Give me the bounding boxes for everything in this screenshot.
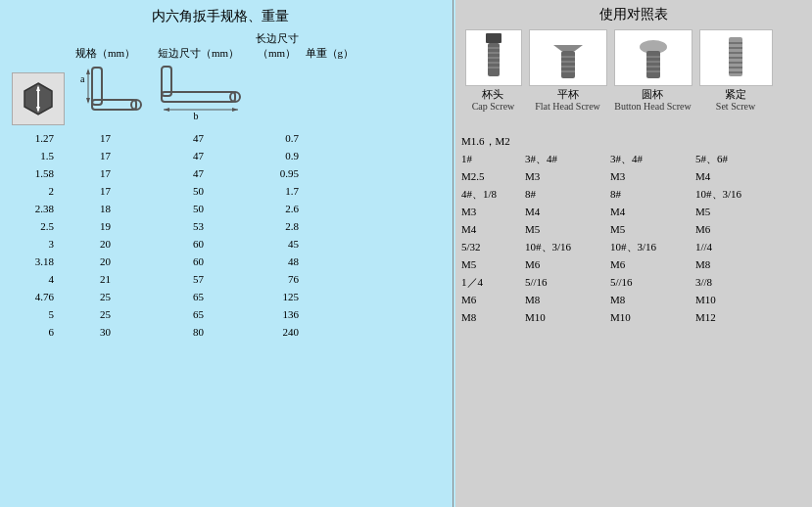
svg-marker-10 xyxy=(86,69,90,74)
cup-cell: M8 xyxy=(459,311,523,323)
flat-cell: M4 xyxy=(523,206,608,217)
right-table-row: M5 M6 M6 M8 xyxy=(459,255,808,273)
button-cell: M6 xyxy=(608,258,693,270)
left-title: 内六角扳手规格、重量 xyxy=(10,8,451,25)
spec-cell: 4 xyxy=(10,273,64,285)
left-table-row: 1.27 17 47 0.7 xyxy=(10,129,451,147)
short-cell: 20 xyxy=(64,255,147,267)
left-table-row: 3.18 20 60 48 xyxy=(10,253,451,270)
long-cell: 47 xyxy=(147,167,250,179)
weight-cell: 125 xyxy=(250,291,304,302)
svg-marker-26 xyxy=(553,45,583,51)
spec-cell: 2 xyxy=(10,185,64,197)
weight-cell: 0.7 xyxy=(250,132,304,144)
spec-cell: 5 xyxy=(10,308,64,320)
left-table-row: 2 17 50 1.7 xyxy=(10,182,451,200)
left-table-row: 1.58 17 47 0.95 xyxy=(10,164,451,182)
long-cell: 47 xyxy=(147,132,250,144)
cup-cell: 1# xyxy=(459,153,523,164)
weight-cell: 240 xyxy=(250,326,304,338)
set-screw-label: 紧定 Set Screw xyxy=(716,88,755,113)
left-table-row: 2.38 18 50 2.6 xyxy=(10,200,451,217)
right-table-row: M1.6，M2 xyxy=(459,132,808,150)
button-cell: M5 xyxy=(608,223,693,235)
left-table-row: 4.76 25 65 125 xyxy=(10,288,451,305)
right-table-row: 5/32 10#、3/16 10#、3/16 1//4 xyxy=(459,238,808,255)
long-wrench-diagram: b xyxy=(152,63,250,125)
short-cell: 18 xyxy=(64,203,147,214)
cup-header: 杯头 xyxy=(472,88,515,101)
short-cell: 20 xyxy=(64,238,147,250)
col-header-spec: 规格（mm） xyxy=(64,46,147,61)
hex-icon xyxy=(12,72,65,125)
flat-cell: M3 xyxy=(523,170,608,182)
weight-cell: 2.8 xyxy=(250,220,304,232)
button-cell: 5//16 xyxy=(608,276,693,288)
left-panel: 内六角扳手规格、重量 规格（mm） 短边尺寸（mm） 长边尺寸（mm） 单重（g… xyxy=(0,0,451,507)
cup-cell: M5 xyxy=(459,258,523,270)
set-cell: 3//8 xyxy=(693,276,774,288)
cup-cell: M3 xyxy=(459,206,523,217)
long-cell: 60 xyxy=(147,238,250,250)
flat-cell: M6 xyxy=(523,258,608,270)
right-table-row: 4#、1/8 8# 8# 10#、3/16 xyxy=(459,185,808,203)
set-header: 紧定 xyxy=(716,88,755,101)
button-cell: M4 xyxy=(608,206,693,217)
cup-cell: M4 xyxy=(459,223,523,235)
spec-cell: 3.18 xyxy=(10,255,64,267)
set-cell: M6 xyxy=(693,223,774,235)
set-cell: 5#、6# xyxy=(693,152,774,166)
svg-marker-16 xyxy=(164,108,169,112)
left-table-row: 4 21 57 76 xyxy=(10,270,451,288)
button-cell: 3#、4# xyxy=(608,152,693,166)
svg-text:a: a xyxy=(80,73,85,84)
short-cell: 21 xyxy=(64,273,147,285)
button-cell: 10#、3/16 xyxy=(608,240,693,254)
flat-cell: 10#、3/16 xyxy=(523,240,608,254)
right-table-row: 1／4 5//16 5//16 3//8 xyxy=(459,273,808,291)
cap-screw-col: 杯头 Cap Screw xyxy=(461,29,525,113)
flat-screw-label: 平杯 Flat Head Screw xyxy=(535,88,600,113)
right-title: 使用对照表 xyxy=(459,6,808,23)
right-table-row: M3 M4 M4 M5 xyxy=(459,203,808,220)
set-cell: M10 xyxy=(693,294,774,305)
flat-cell: M5 xyxy=(523,223,608,235)
cup-cell: 4#、1/8 xyxy=(459,187,523,202)
button-screw-label: 圆杯 Button Head Screw xyxy=(614,88,691,113)
long-cell: 65 xyxy=(147,291,250,302)
weight-cell: 0.95 xyxy=(250,167,304,179)
col-header-weight: 单重（g） xyxy=(304,46,358,61)
col-header-long: 长边尺寸（mm） xyxy=(250,31,304,61)
svg-rect-19 xyxy=(486,33,502,43)
short-cell: 17 xyxy=(64,132,147,144)
set-screw-col: 紧定 Set Screw xyxy=(695,29,776,113)
short-cell: 17 xyxy=(64,185,147,197)
left-table-row: 6 30 80 240 xyxy=(10,323,451,341)
flat-cell: M8 xyxy=(523,294,608,305)
long-cell: 57 xyxy=(147,273,250,285)
spec-cell: 6 xyxy=(10,326,64,338)
right-table-row: M2.5 M3 M3 M4 xyxy=(459,167,808,185)
flat-cell: 3#、4# xyxy=(523,152,608,166)
cup-cell: M6 xyxy=(459,294,523,305)
button-cell: 8# xyxy=(608,188,693,200)
long-cell: 80 xyxy=(147,326,250,338)
left-table-row: 2.5 19 53 2.8 xyxy=(10,217,451,235)
spec-cell: 2.5 xyxy=(10,220,64,232)
set-cell: M12 xyxy=(693,311,774,323)
spec-cell: 2.38 xyxy=(10,203,64,214)
set-cell: M4 xyxy=(693,170,774,182)
button-cell: M3 xyxy=(608,170,693,182)
flat-header: 平杯 xyxy=(535,88,600,101)
right-table-row: 1# 3#、4# 3#、4# 5#、6# xyxy=(459,150,808,167)
long-cell: 65 xyxy=(147,308,250,320)
svg-rect-27 xyxy=(561,51,575,78)
cup-cell: M2.5 xyxy=(459,170,523,182)
weight-cell: 1.7 xyxy=(250,185,304,197)
left-data-table: 1.27 17 47 0.7 1.5 17 47 0.9 1.58 17 47 … xyxy=(10,129,451,341)
weight-cell: 45 xyxy=(250,238,304,250)
set-cell: M5 xyxy=(693,206,774,217)
svg-text:b: b xyxy=(194,111,199,121)
flat-cell: M10 xyxy=(523,311,608,323)
right-panel: 使用对照表 杯头 Cap Screw xyxy=(455,0,812,507)
